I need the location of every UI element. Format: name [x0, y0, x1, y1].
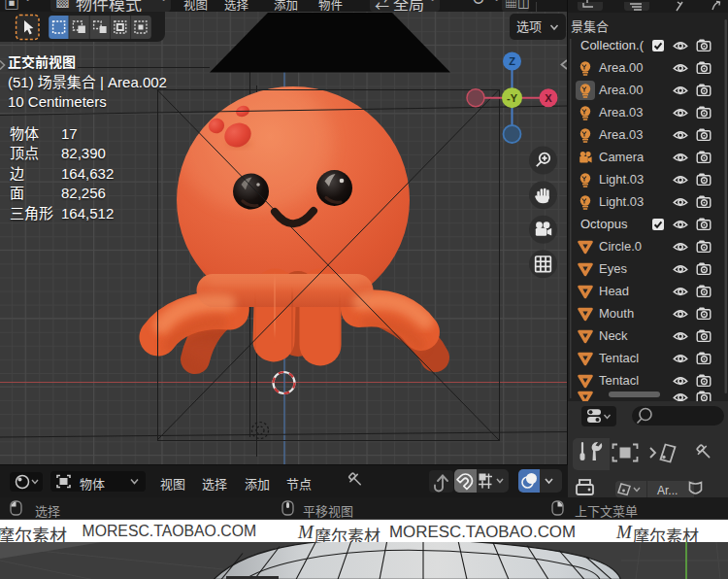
svg-text:-Y: -Y: [507, 92, 518, 104]
svg-text:X: X: [545, 92, 552, 104]
svg-text:Z: Z: [509, 55, 515, 67]
